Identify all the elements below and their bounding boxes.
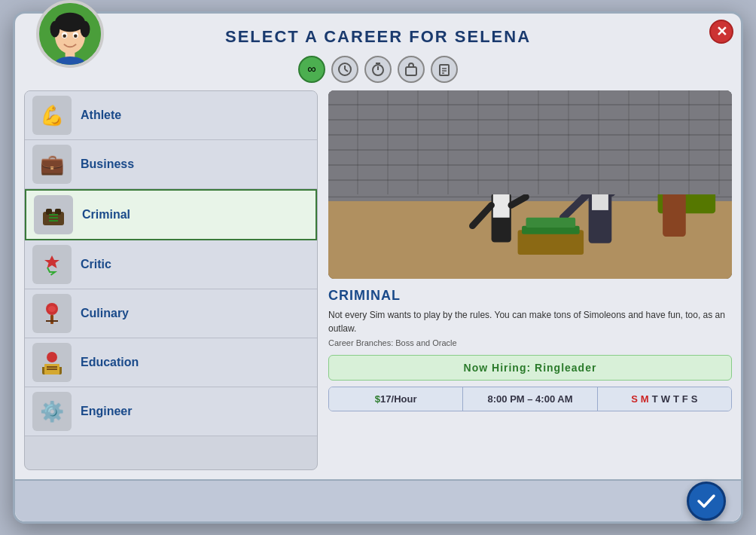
career-icon-criminal <box>34 195 73 234</box>
day-w: W <box>661 393 670 405</box>
svg-point-8 <box>74 34 78 38</box>
career-icon-athlete: 💪 <box>32 96 72 135</box>
filter-timer[interactable] <box>364 56 392 83</box>
day-m: M <box>641 393 649 405</box>
bottom-bar <box>15 479 741 521</box>
career-item-criminal[interactable]: Criminal <box>25 189 317 240</box>
svg-point-29 <box>48 306 56 312</box>
hours-value: 8:00 PM – 4:00 AM <box>488 393 573 405</box>
career-item-business[interactable]: 💼 Business <box>25 140 317 189</box>
hiring-banner: Now Hiring: Ringleader <box>328 355 732 381</box>
filter-clipboard[interactable] <box>431 56 458 83</box>
svg-point-3 <box>50 21 60 38</box>
career-name-culinary: Culinary <box>81 307 129 320</box>
career-item-athlete[interactable]: 💪 Athlete <box>25 91 317 140</box>
hiring-label: Now Hiring: Ringleader <box>464 362 597 374</box>
svg-rect-24 <box>55 209 61 215</box>
career-select-modal: ✕ Select a Career for Selena ∞ 💪 Athlete <box>13 11 743 524</box>
career-icon-culinary <box>32 294 72 333</box>
pay-value: 17/Hour <box>380 393 416 405</box>
main-content: 💪 Athlete 💼 Business <box>15 90 741 479</box>
career-image <box>328 90 732 279</box>
svg-point-7 <box>62 34 66 38</box>
day-s2: S <box>691 393 698 405</box>
career-item-culinary[interactable]: Culinary <box>25 289 317 338</box>
filter-bar: ∞ <box>15 56 741 83</box>
day-s1: S <box>631 393 638 405</box>
career-name-engineer: Engineer <box>81 405 132 418</box>
career-list: 💪 Athlete 💼 Business <box>24 90 318 470</box>
svg-rect-18 <box>440 65 449 75</box>
career-name-business: Business <box>81 157 134 171</box>
stat-pay: $17/Hour <box>329 387 463 411</box>
detail-career-title: Criminal <box>328 288 732 304</box>
detail-career-desc: Not every Sim wants to play by the rules… <box>328 308 732 335</box>
filter-clock[interactable] <box>331 56 358 83</box>
modal-header: Select a Career for Selena <box>15 14 741 51</box>
career-name-criminal: Criminal <box>82 208 130 222</box>
day-t1: T <box>652 393 658 405</box>
day-t2: T <box>673 393 679 405</box>
svg-rect-57 <box>493 193 510 218</box>
stat-days: S M T W T F S <box>598 387 731 411</box>
career-name-education: Education <box>81 356 139 369</box>
svg-rect-73 <box>663 187 686 237</box>
avatar <box>36 0 104 68</box>
career-item-engineer[interactable]: ⚙️ Engineer <box>25 387 317 436</box>
svg-point-31 <box>47 352 57 362</box>
career-icon-engineer: ⚙️ <box>32 392 72 431</box>
filter-bag[interactable] <box>398 56 425 83</box>
detail-panel: Criminal Not every Sim wants to play by … <box>318 90 732 470</box>
stats-row: $17/Hour 8:00 PM – 4:00 AM S M T W T F S <box>328 387 732 411</box>
career-item-education[interactable]: Education <box>25 338 317 387</box>
modal-title: Select a Career for Selena <box>15 27 741 47</box>
career-name-critic: Critic <box>81 258 111 271</box>
svg-rect-17 <box>406 67 416 75</box>
career-icon-education <box>32 343 72 382</box>
svg-rect-30 <box>50 315 53 324</box>
day-f: F <box>682 393 688 405</box>
career-icon-business: 💼 <box>32 145 72 184</box>
career-name-athlete: Athlete <box>81 109 121 122</box>
stat-hours: 8:00 PM – 4:00 AM <box>463 387 597 411</box>
career-item-critic[interactable]: Critic <box>25 240 317 289</box>
career-icon-critic <box>32 245 72 284</box>
close-button[interactable]: ✕ <box>709 20 733 44</box>
detail-career-branches: Career Branches: Boss and Oracle <box>328 338 732 347</box>
svg-line-13 <box>345 69 348 72</box>
svg-rect-71 <box>526 218 576 228</box>
svg-point-4 <box>81 21 90 38</box>
svg-rect-23 <box>46 209 52 215</box>
filter-all[interactable]: ∞ <box>298 56 325 83</box>
confirm-button[interactable] <box>687 482 726 521</box>
